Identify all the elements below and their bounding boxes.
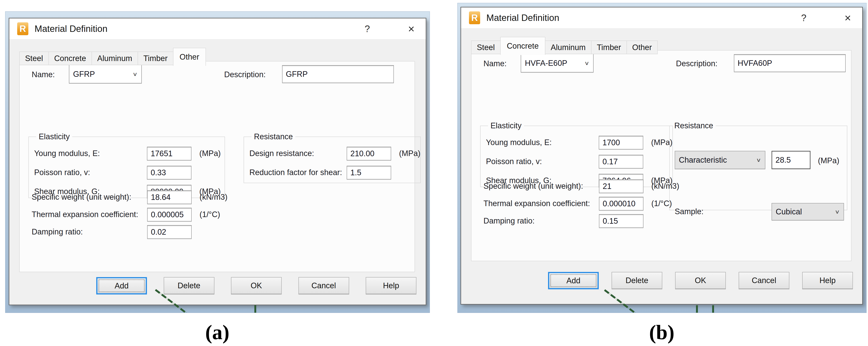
specific-weight-value: 21 (603, 182, 611, 191)
thermal-expansion-label: Thermal expansion coefficient: (484, 199, 599, 208)
delete-button[interactable]: Delete (612, 272, 662, 289)
young-modulus-input[interactable]: 1700 (599, 136, 643, 149)
description-value: HVFA60P (738, 59, 772, 68)
background-model-line-vertical (696, 305, 698, 313)
add-button[interactable]: Add (548, 272, 599, 289)
specific-weight-unit: (kN/m3) (199, 193, 227, 202)
tab-page-concrete: Name: HVFA-E60P ∨ Description: HVFA60P E… (471, 50, 851, 261)
young-modulus-value: 1700 (602, 138, 620, 147)
robot-app-icon: R (469, 11, 480, 24)
young-modulus-input[interactable]: 17651 (147, 147, 191, 160)
description-input[interactable]: GFRP (282, 65, 394, 83)
tab-timber[interactable]: Timber (137, 52, 174, 65)
thermal-expansion-input[interactable]: 0.000010 (599, 197, 644, 211)
strength-type-combobox[interactable]: Characteristic ∨ (675, 151, 765, 169)
close-icon[interactable]: × (841, 12, 854, 23)
design-resistance-unit: (MPa) (399, 149, 420, 158)
thermal-expansion-label: Thermal expansion coefficient: (32, 210, 147, 219)
material-definition-dialog-a: R Material Definition ? × Steel Concrete… (9, 18, 426, 305)
resistance-group: Resistance Design resistance: 210.00 (MP… (244, 132, 421, 183)
dialog-body: Steel Concrete Aluminum Timber Other Nam… (9, 39, 426, 305)
specific-weight-value: 18.64 (151, 193, 170, 202)
tab-strip: Steel Concrete Aluminum Timber Other (19, 48, 206, 65)
shear-reduction-input[interactable]: 1.5 (347, 166, 391, 180)
background-model-line-vertical (712, 305, 714, 313)
young-modulus-label: Young modulus, E: (486, 138, 599, 147)
add-button[interactable]: Add (96, 277, 147, 294)
tab-aluminum[interactable]: Aluminum (545, 40, 591, 54)
close-icon[interactable]: × (405, 23, 417, 34)
robot-app-icon: R (17, 22, 28, 35)
titlebar[interactable]: R Material Definition ? × (9, 19, 426, 39)
help-icon[interactable]: ? (797, 12, 811, 23)
elasticity-group: Elasticity Young modulus, E: 17651 (MPa)… (28, 132, 225, 198)
poisson-ratio-label: Poisson ratio, v: (34, 168, 147, 177)
chevron-down-icon: ∨ (584, 60, 589, 66)
tab-steel[interactable]: Steel (19, 52, 49, 65)
resistance-legend: Resistance (672, 121, 716, 130)
tab-timber[interactable]: Timber (591, 40, 627, 54)
damping-ratio-label: Damping ratio: (484, 216, 599, 226)
general-properties: Specific weight (unit weight): 18.64 (kN… (32, 189, 408, 241)
damping-ratio-label: Damping ratio: (32, 227, 147, 237)
titlebar[interactable]: R Material Definition ? × (461, 7, 862, 28)
name-combobox[interactable]: GFRP ∨ (69, 65, 142, 84)
cancel-button[interactable]: Cancel (299, 277, 349, 294)
thermal-expansion-unit: (1/°C) (199, 210, 220, 219)
delete-button[interactable]: Delete (164, 277, 214, 294)
help-button[interactable]: Help (802, 272, 853, 289)
button-row: Add Delete OK Cancel Help (548, 272, 853, 289)
ok-button[interactable]: OK (231, 277, 282, 294)
damping-ratio-input[interactable]: 0.15 (599, 214, 644, 228)
chevron-down-icon: ∨ (756, 157, 761, 163)
figure-caption-b: (b) (457, 320, 866, 344)
specific-weight-unit: (kN/m3) (651, 182, 679, 191)
name-label: Name: (32, 70, 55, 79)
thermal-expansion-row: Thermal expansion coefficient: 0.000005 … (32, 206, 408, 223)
characteristic-strength-value: 28.5 (775, 156, 791, 164)
shear-reduction-value: 1.5 (350, 168, 361, 177)
young-modulus-row: Young modulus, E: 17651 (MPa) (34, 144, 224, 163)
tab-aluminum[interactable]: Aluminum (91, 52, 138, 65)
poisson-ratio-input[interactable]: 0.33 (147, 166, 191, 180)
thermal-expansion-input[interactable]: 0.000005 (147, 208, 192, 221)
design-resistance-value: 210.00 (350, 149, 374, 158)
shear-reduction-row: Reduction factor for shear: 1.5 (249, 163, 420, 182)
damping-ratio-value: 0.15 (603, 217, 618, 226)
poisson-ratio-input[interactable]: 0.17 (599, 155, 643, 168)
specific-weight-input[interactable]: 18.64 (147, 190, 192, 204)
design-resistance-row: Design resistance: 210.00 (MPa) (249, 144, 420, 163)
description-input[interactable]: HVFA60P (734, 54, 846, 72)
resistance-legend: Resistance (251, 132, 295, 141)
dialog-body: Steel Concrete Aluminum Timber Other Nam… (461, 28, 862, 304)
elasticity-legend: Elasticity (488, 121, 524, 130)
cancel-button[interactable]: Cancel (739, 272, 789, 289)
name-combobox[interactable]: HVFA-E60P ∨ (521, 54, 594, 72)
characteristic-strength-input[interactable]: 28.5 (772, 151, 810, 169)
description-value: GFRP (286, 70, 308, 78)
specific-weight-input[interactable]: 21 (599, 180, 644, 193)
damping-ratio-value: 0.02 (151, 228, 166, 237)
thermal-expansion-unit: (1/°C) (651, 199, 672, 208)
name-combobox-value: GFRP (73, 70, 95, 78)
damping-ratio-input[interactable]: 0.02 (147, 225, 192, 239)
shear-reduction-label: Reduction factor for shear: (249, 168, 347, 177)
design-resistance-input[interactable]: 210.00 (347, 147, 391, 160)
tab-steel[interactable]: Steel (471, 40, 501, 54)
elasticity-group: Elasticity Young modulus, E: 1700 (MPa) … (480, 121, 673, 187)
tab-concrete[interactable]: Concrete (49, 52, 92, 65)
dialog-title: Material Definition (486, 12, 559, 23)
description-label: Description: (676, 59, 717, 68)
tab-strip: Steel Concrete Aluminum Timber Other (471, 37, 657, 54)
young-modulus-label: Young modulus, E: (34, 149, 147, 158)
tab-other[interactable]: Other (626, 40, 658, 54)
tab-other[interactable]: Other (173, 48, 206, 66)
specific-weight-label: Specific weight (unit weight): (32, 193, 147, 202)
ok-button[interactable]: OK (675, 272, 726, 289)
app-icon-letter: R (20, 24, 26, 34)
thermal-expansion-value: 0.000005 (151, 210, 184, 219)
help-icon[interactable]: ? (361, 23, 374, 34)
poisson-ratio-label: Poisson ratio, v: (486, 157, 599, 166)
tab-concrete[interactable]: Concrete (500, 37, 545, 55)
help-button[interactable]: Help (366, 277, 416, 294)
